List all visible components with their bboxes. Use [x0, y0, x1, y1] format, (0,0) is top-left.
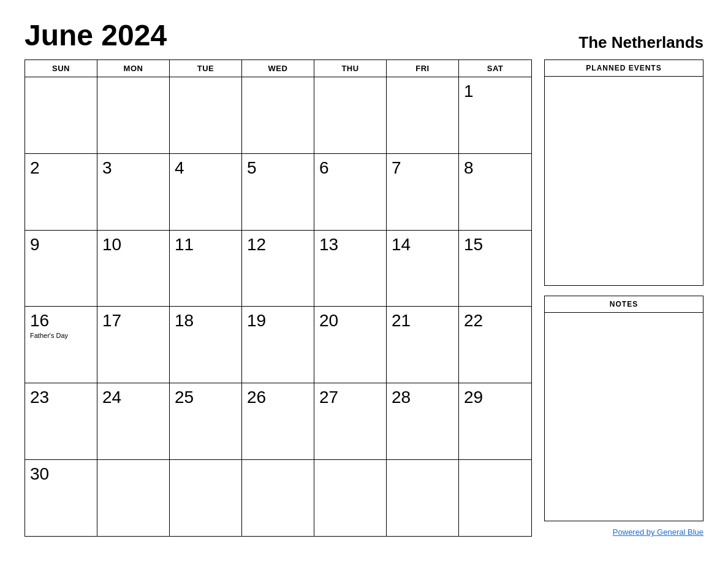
calendar-cell-3-0: 16Father's Day: [25, 307, 97, 383]
calendar-cell-1-1: 3: [97, 154, 170, 230]
calendar-cell-1-3: 5: [242, 154, 314, 230]
cell-day-number: 25: [175, 388, 237, 407]
page-header: June 2024 The Netherlands: [25, 18, 703, 52]
calendar-cell-4-2: 25: [170, 383, 242, 459]
calendar-row-2: 9101112131415: [25, 231, 531, 307]
calendar-cell-5-2: [170, 460, 242, 536]
calendar-cell-1-5: 7: [387, 154, 459, 230]
day-header-tue: TUE: [170, 60, 242, 77]
powered-by: Powered by General Blue: [544, 527, 703, 537]
cell-day-number: 24: [102, 388, 164, 407]
calendar-cell-0-2: [170, 77, 242, 153]
cell-day-number: 1: [464, 82, 526, 101]
calendar-cell-4-4: 27: [314, 383, 387, 459]
cell-day-number: 16: [30, 312, 92, 331]
calendar-row-4: 23242526272829: [25, 383, 531, 460]
calendar-cell-2-2: 11: [170, 231, 242, 307]
calendar-cell-4-5: 28: [387, 383, 459, 459]
calendar-section: SUN MON TUE WED THU FRI SAT 123456789101…: [25, 59, 532, 537]
cell-day-number: 15: [464, 236, 526, 255]
day-header-sat: SAT: [459, 60, 531, 77]
calendar-row-5: 30: [25, 460, 531, 536]
planned-events-box: PLANNED EVENTS: [544, 59, 703, 286]
calendar-cell-2-5: 14: [387, 231, 459, 307]
cell-day-number: 4: [175, 159, 237, 178]
planned-events-header: PLANNED EVENTS: [545, 60, 703, 77]
month-title: June 2024: [25, 18, 167, 52]
calendar-cell-1-6: 8: [459, 154, 531, 230]
cell-day-number: 6: [319, 159, 381, 178]
calendar-cell-5-3: [242, 460, 314, 536]
sidebar-section: PLANNED EVENTS NOTES Powered by General …: [544, 59, 703, 537]
calendar-cell-0-1: [97, 77, 170, 153]
calendar-cell-0-5: [387, 77, 459, 153]
notes-content: [545, 313, 703, 521]
day-header-wed: WED: [242, 60, 314, 77]
calendar-cell-2-3: 12: [242, 231, 314, 307]
calendar-cell-3-1: 17: [97, 307, 170, 383]
cell-day-number: 14: [392, 236, 453, 255]
calendar-cell-1-4: 6: [314, 154, 387, 230]
day-headers: SUN MON TUE WED THU FRI SAT: [25, 60, 531, 77]
cell-day-number: 12: [247, 236, 309, 255]
calendar-cell-1-2: 4: [170, 154, 242, 230]
day-header-sun: SUN: [25, 60, 97, 77]
cell-day-number: 28: [392, 388, 453, 407]
cell-day-number: 29: [464, 388, 526, 407]
cell-day-number: 18: [175, 312, 237, 331]
cell-day-number: 19: [247, 312, 309, 331]
main-layout: SUN MON TUE WED THU FRI SAT 123456789101…: [25, 59, 703, 537]
cell-day-number: 23: [30, 388, 92, 407]
calendar-cell-4-3: 26: [242, 383, 314, 459]
calendar-row-1: 2345678: [25, 154, 531, 231]
calendar-cell-2-6: 15: [459, 231, 531, 307]
cell-day-number: 22: [464, 312, 526, 331]
day-header-fri: FRI: [387, 60, 459, 77]
cell-event-label: Father's Day: [30, 332, 92, 339]
calendar-cell-1-0: 2: [25, 154, 97, 230]
cell-day-number: 2: [30, 159, 92, 178]
calendar-cell-2-0: 9: [25, 231, 97, 307]
cell-day-number: 13: [319, 236, 381, 255]
calendar-cell-4-1: 24: [97, 383, 170, 459]
cell-day-number: 20: [319, 312, 381, 331]
cell-day-number: 10: [102, 236, 164, 255]
calendar-cell-2-4: 13: [314, 231, 387, 307]
calendar-cell-3-5: 21: [387, 307, 459, 383]
powered-by-link[interactable]: Powered by General Blue: [613, 527, 703, 537]
cell-day-number: 9: [30, 236, 92, 255]
calendar-cell-4-6: 29: [459, 383, 531, 459]
calendar-cell-0-6: 1: [459, 77, 531, 153]
day-header-mon: MON: [97, 60, 170, 77]
planned-events-content: [545, 77, 703, 285]
cell-day-number: 26: [247, 388, 309, 407]
day-header-thu: THU: [314, 60, 387, 77]
country-title: The Netherlands: [578, 33, 703, 52]
calendar-row-0: 1: [25, 77, 531, 154]
cell-day-number: 30: [30, 465, 92, 484]
calendar-row-3: 16Father's Day171819202122: [25, 307, 531, 383]
calendar-cell-0-4: [314, 77, 387, 153]
calendar-cell-5-0: 30: [25, 460, 97, 536]
cell-day-number: 5: [247, 159, 309, 178]
notes-header: NOTES: [545, 296, 703, 313]
calendar-cell-0-3: [242, 77, 314, 153]
calendar-cell-3-2: 18: [170, 307, 242, 383]
cell-day-number: 11: [175, 236, 237, 255]
calendar-body: 12345678910111213141516Father's Day17181…: [25, 77, 531, 536]
calendar-cell-5-1: [97, 460, 170, 536]
cell-day-number: 8: [464, 159, 526, 178]
calendar-cell-5-6: [459, 460, 531, 536]
cell-day-number: 21: [392, 312, 453, 331]
notes-box: NOTES: [544, 296, 703, 522]
cell-day-number: 7: [392, 159, 453, 178]
cell-day-number: 27: [319, 388, 381, 407]
cell-day-number: 3: [102, 159, 164, 178]
calendar-cell-3-4: 20: [314, 307, 387, 383]
cell-day-number: 17: [102, 312, 164, 331]
calendar-cell-3-6: 22: [459, 307, 531, 383]
calendar-cell-3-3: 19: [242, 307, 314, 383]
calendar-cell-4-0: 23: [25, 383, 97, 459]
calendar-cell-5-4: [314, 460, 387, 536]
calendar-cell-5-5: [387, 460, 459, 536]
